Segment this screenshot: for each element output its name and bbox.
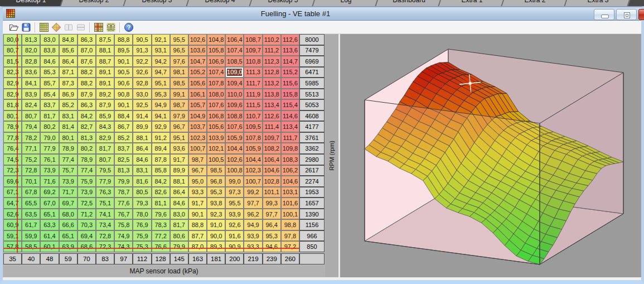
ve-cell[interactable]: 95,1 [152, 78, 170, 89]
ve-cell[interactable]: 81,6 [133, 176, 151, 187]
ve-cell[interactable]: 95,3 [152, 89, 170, 100]
ve-cell[interactable]: 88,8 [188, 219, 207, 230]
ve-cell[interactable]: 88,1 [96, 45, 114, 56]
ve-cell[interactable]: 111,3 [244, 67, 262, 78]
ve-cell[interactable]: 91,7 [188, 198, 207, 209]
ve-cell[interactable]: 107,8 [244, 132, 262, 143]
ve-cell[interactable]: 91,0 [207, 219, 225, 230]
ve-cell[interactable]: 113,6 [281, 45, 299, 56]
desktop-tab-log[interactable]: Log [313, 0, 380, 6]
ve-cell[interactable]: 65,1 [40, 209, 59, 220]
ve-cell[interactable]: 67,0 [40, 198, 59, 209]
ve-cell[interactable]: 63,3 [40, 219, 59, 230]
ve-cell[interactable]: 102,6 [188, 34, 207, 45]
ve-cell[interactable]: 107,6 [207, 99, 225, 110]
ve-cell[interactable]: 73,4 [96, 219, 114, 230]
ve-cell[interactable]: 83,0 [170, 209, 188, 220]
ve-cell[interactable]: 88,1 [133, 132, 151, 143]
ve-cell[interactable]: 80,2 [40, 121, 59, 132]
ve-cell[interactable]: 94,9 [152, 99, 170, 110]
ve-cell[interactable]: 84,6 [133, 154, 151, 165]
ve-cell[interactable]: 82,9 [3, 78, 22, 89]
ve-cell[interactable]: 79,0 [40, 132, 59, 143]
ve-cell[interactable]: 111,4 [263, 121, 281, 132]
ve-cell[interactable]: 66,6 [59, 219, 78, 230]
ve-cell[interactable]: 88,2 [78, 78, 96, 89]
ve-cell[interactable]: 69,6 [3, 176, 22, 187]
ve-cell[interactable]: 75,3 [133, 241, 151, 252]
desktop-tab-dashboard[interactable]: Dashboard [376, 0, 443, 6]
ve-cell[interactable]: 85,2 [59, 99, 78, 110]
ve-cell[interactable]: 85,6 [59, 45, 78, 56]
ve-cell[interactable]: 83,6 [22, 67, 40, 78]
ve-cell[interactable]: 75,9 [133, 230, 151, 242]
ve-cell[interactable]: 75,8 [114, 219, 133, 230]
ve-cell[interactable]: 96,2 [244, 209, 262, 220]
ve-cell[interactable]: 74,3 [114, 241, 133, 252]
ve-cell[interactable]: 86,3 [78, 34, 96, 45]
ve-cell[interactable]: 91,6 [225, 230, 244, 242]
ve-cell[interactable]: 91,3 [133, 45, 151, 56]
ve-cell[interactable]: 112,6 [263, 110, 281, 122]
ve-cell[interactable]: 105,7 [188, 99, 207, 110]
ve-cell[interactable]: 111,7 [281, 132, 299, 143]
ve-cell[interactable]: 80,6 [170, 230, 188, 242]
ve-cell[interactable]: 90,8 [114, 89, 133, 100]
ve-cell[interactable]: 84,2 [152, 176, 170, 187]
ve-cell[interactable]: 76,1 [40, 154, 59, 165]
ve-cell[interactable]: 78,9 [59, 143, 78, 154]
ve-cell[interactable]: 77,2 [152, 230, 170, 242]
ve-cell[interactable]: 105,9 [225, 132, 244, 143]
ve-cell[interactable]: 89,4 [152, 143, 170, 154]
ve-cell[interactable]: 82,9 [3, 89, 22, 100]
ve-cell[interactable]: 86,3 [78, 99, 96, 110]
ve-cell[interactable]: 91,2 [152, 132, 170, 143]
ve-cell[interactable]: 94,9 [244, 219, 262, 230]
ve-cell[interactable]: 71,2 [78, 209, 96, 220]
ve-cell[interactable]: 84,2 [78, 110, 96, 122]
ve-cell[interactable]: 98,7 [188, 154, 207, 165]
ve-cell[interactable]: 100,7 [244, 176, 262, 187]
ve-cell[interactable]: 75,2 [22, 154, 40, 165]
ve-cell[interactable]: 71,7 [59, 187, 78, 198]
ve-cell[interactable]: 109,5 [244, 121, 262, 132]
ve-cell[interactable]: 82,5 [114, 154, 133, 165]
ve-cell[interactable]: 93,1 [152, 45, 170, 56]
ve-cell[interactable]: 95,0 [188, 176, 207, 187]
open-button[interactable] [8, 21, 20, 33]
ve-cell[interactable]: 93,8 [207, 198, 225, 209]
ve-cell[interactable]: 78,9 [78, 154, 96, 165]
ve-cell[interactable]: 114,6 [281, 110, 299, 122]
ve-cell[interactable]: 81,3 [22, 34, 40, 45]
ve-cell[interactable]: 85,8 [152, 165, 170, 176]
ve-cell[interactable]: 111,9 [244, 89, 262, 100]
ve-cell[interactable]: 80,2 [78, 143, 96, 154]
ve-cell[interactable]: 100,7 [188, 143, 207, 154]
ve-cell[interactable]: 102,8 [263, 176, 281, 187]
ve-cell[interactable]: 105,8 [207, 45, 225, 56]
ve-cell[interactable]: 81,7 [40, 110, 59, 122]
ve-cell[interactable]: 97,7 [244, 198, 262, 209]
ve-cell[interactable]: 81,7 [170, 219, 188, 230]
ve-cell[interactable]: 99,3 [263, 198, 281, 209]
ve-cell[interactable]: 80,7 [96, 154, 114, 165]
ve-cell[interactable]: 69,2 [40, 187, 59, 198]
ve-cell[interactable]: 97,2 [281, 241, 299, 252]
ve-cell[interactable]: 90,1 [114, 56, 133, 67]
ve-cell[interactable]: 72,8 [22, 165, 40, 176]
ve-cell[interactable]: 110,8 [244, 56, 262, 67]
ve-cell[interactable]: 109,7 [244, 45, 262, 56]
ve-cell[interactable]: 81,1 [152, 198, 170, 209]
ve-cell[interactable]: 84,8 [59, 34, 78, 45]
ve-cell[interactable]: 95,1 [170, 132, 188, 143]
ve-cell[interactable]: 75,1 [96, 198, 114, 209]
ve-cell[interactable]: 90,9 [225, 241, 244, 252]
ve-cell[interactable]: 98,5 [170, 78, 188, 89]
ve-cell[interactable]: 79,6 [152, 209, 170, 220]
ve-cell[interactable]: 78,7 [114, 187, 133, 198]
ve-cell[interactable]: 96,5 [170, 45, 188, 56]
ve-cell[interactable]: 83,9 [22, 89, 40, 100]
ve-cell[interactable]: 81,5 [3, 56, 22, 67]
ve-cell[interactable]: 104,6 [281, 176, 299, 187]
ve-cell[interactable]: 100,5 [207, 154, 225, 165]
